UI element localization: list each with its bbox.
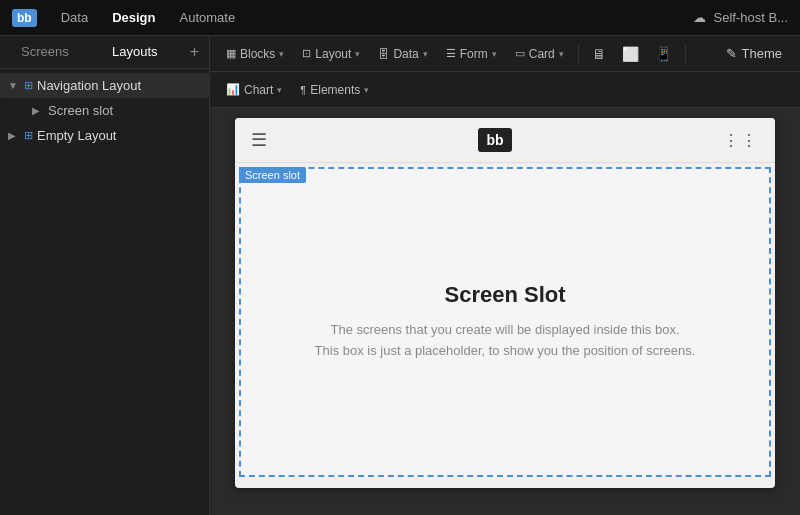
form-label: Form <box>460 47 488 61</box>
blocks-icon: ▦ <box>226 47 236 60</box>
self-host-label: Self-host B... <box>714 10 788 25</box>
app-logo-badge: bb <box>12 9 37 27</box>
grid-icon-2: ⊞ <box>24 129 33 142</box>
elements-button[interactable]: ¶ Elements ▾ <box>292 79 377 101</box>
form-caret-icon: ▾ <box>492 49 497 59</box>
chart-caret-icon: ▾ <box>277 85 282 95</box>
top-bar-right: ☁ Self-host B... <box>693 10 788 25</box>
tree-item-navigation-layout[interactable]: ▼ ⊞ Navigation Layout <box>0 73 209 98</box>
layout-button[interactable]: ⊡ Layout ▾ <box>294 43 368 65</box>
sidebar-tabs-row: Screens Layouts + <box>0 36 209 69</box>
canvas-frame: ☰ bb ⋮⋮ Screen slot Screen Slot The scre… <box>235 118 775 488</box>
tablet-view-button[interactable]: ⬜ <box>615 42 646 66</box>
sidebar: Screens Layouts + ▼ ⊞ Navigation Layout … <box>0 36 210 515</box>
add-layout-button[interactable]: + <box>180 36 209 68</box>
blocks-label: Blocks <box>240 47 275 61</box>
chevron-right-icon: ▶ <box>32 105 44 116</box>
phone-icon: 📱 <box>655 46 672 62</box>
canvas-area: ☰ bb ⋮⋮ Screen slot Screen Slot The scre… <box>210 108 800 515</box>
nav-data[interactable]: Data <box>53 6 96 29</box>
screen-slot-tag: Screen slot <box>239 167 306 183</box>
data-icon: 🗄 <box>378 48 389 60</box>
toolbar-row2: 📊 Chart ▾ ¶ Elements ▾ <box>210 72 800 108</box>
toolbar: ▦ Blocks ▾ ⊡ Layout ▾ 🗄 Data ▾ ☰ Form ▾ … <box>210 36 800 72</box>
grid-icon: ⊞ <box>24 79 33 92</box>
canvas-app-logo: bb <box>478 128 511 152</box>
card-icon: ▭ <box>515 47 525 60</box>
monitor-icon: 🖥 <box>592 46 606 62</box>
elements-icon: ¶ <box>300 84 306 96</box>
chart-label: Chart <box>244 83 273 97</box>
tab-layouts[interactable]: Layouts <box>90 36 180 68</box>
chart-icon: 📊 <box>226 83 240 96</box>
data-label: Data <box>393 47 418 61</box>
screen-slot-container: Screen slot Screen Slot The screens that… <box>239 167 771 477</box>
blocks-caret-icon: ▾ <box>279 49 284 59</box>
toolbar-divider-2 <box>685 44 686 64</box>
tree-item-empty-layout[interactable]: ▶ ⊞ Empty Layout <box>0 123 209 148</box>
main-layout: Screens Layouts + ▼ ⊞ Navigation Layout … <box>0 36 800 515</box>
tablet-icon: ⬜ <box>622 46 639 62</box>
phone-view-button[interactable]: 📱 <box>648 42 679 66</box>
dots-icon[interactable]: ⋮⋮ <box>723 131 759 150</box>
empty-layout-label: Empty Layout <box>37 128 117 143</box>
tab-screens[interactable]: Screens <box>0 36 90 68</box>
content-area: ▦ Blocks ▾ ⊡ Layout ▾ 🗄 Data ▾ ☰ Form ▾ … <box>210 36 800 515</box>
screen-slot-desc-line1: The screens that you create will be disp… <box>315 320 696 341</box>
layout-label: Layout <box>315 47 351 61</box>
card-label: Card <box>529 47 555 61</box>
theme-label: Theme <box>742 46 782 61</box>
chevron-down-icon: ▼ <box>8 80 20 91</box>
screen-slot-label: Screen slot <box>48 103 113 118</box>
layout-icon: ⊡ <box>302 47 311 60</box>
hamburger-icon[interactable]: ☰ <box>251 129 267 151</box>
app-header: ☰ bb ⋮⋮ <box>235 118 775 163</box>
form-icon: ☰ <box>446 47 456 60</box>
nav-design[interactable]: Design <box>104 6 163 29</box>
card-caret-icon: ▾ <box>559 49 564 59</box>
screen-slot-box: Screen Slot The screens that you create … <box>239 167 771 477</box>
nav-automate[interactable]: Automate <box>171 6 243 29</box>
screen-slot-desc-line2: This box is just a placeholder, to show … <box>315 341 696 362</box>
top-bar: bb Data Design Automate ☁ Self-host B... <box>0 0 800 36</box>
toolbar-divider-1 <box>578 44 579 64</box>
data-caret-icon: ▾ <box>423 49 428 59</box>
layout-caret-icon: ▾ <box>355 49 360 59</box>
chevron-right-icon-2: ▶ <box>8 130 20 141</box>
form-button[interactable]: ☰ Form ▾ <box>438 43 505 65</box>
theme-button[interactable]: ✎ Theme <box>716 42 792 65</box>
screen-slot-title: Screen Slot <box>444 282 565 308</box>
chart-button[interactable]: 📊 Chart ▾ <box>218 79 290 101</box>
elements-caret-icon: ▾ <box>364 85 369 95</box>
navigation-layout-label: Navigation Layout <box>37 78 141 93</box>
pen-icon: ✎ <box>726 46 737 61</box>
elements-label: Elements <box>310 83 360 97</box>
screen-slot-desc: The screens that you create will be disp… <box>315 320 696 362</box>
layout-tree: ▼ ⊞ Navigation Layout ▶ Screen slot ▶ ⊞ … <box>0 69 209 152</box>
data-button[interactable]: 🗄 Data ▾ <box>370 43 435 65</box>
card-button[interactable]: ▭ Card ▾ <box>507 43 572 65</box>
top-nav: Data Design Automate <box>53 6 243 29</box>
blocks-button[interactable]: ▦ Blocks ▾ <box>218 43 292 65</box>
cloud-icon: ☁ <box>693 10 706 25</box>
tree-item-screen-slot[interactable]: ▶ Screen slot <box>0 98 209 123</box>
monitor-view-button[interactable]: 🖥 <box>585 42 613 66</box>
